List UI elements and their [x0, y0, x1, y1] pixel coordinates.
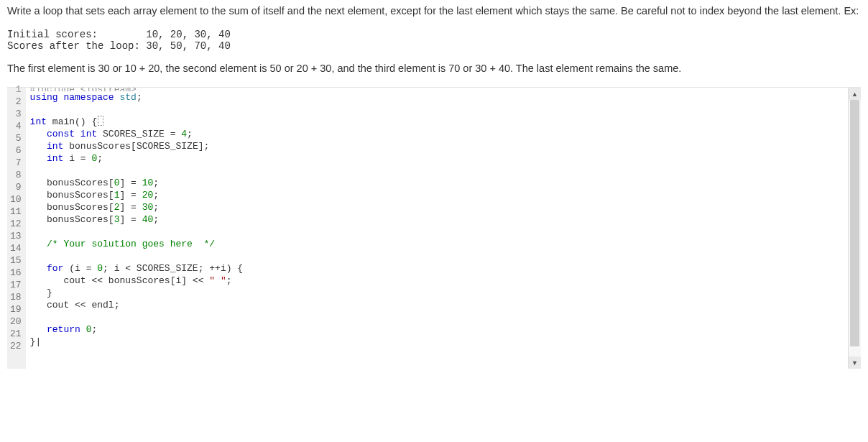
code-line[interactable]: }|	[26, 336, 848, 348]
line-number: 9	[10, 181, 22, 193]
code-line[interactable]: int main() {	[26, 116, 848, 128]
line-number: 5	[10, 132, 22, 144]
line-number: 14	[10, 242, 22, 254]
code-content[interactable]: #include <iostream> using namespace std;…	[26, 88, 848, 369]
line-number: 7	[10, 157, 22, 169]
chevron-up-icon: ▲	[851, 91, 858, 98]
line-number-gutter: 1 2 3 4 5 6 7 8 9 10 11 12 13 14 15 16 1…	[7, 88, 26, 369]
code-editor[interactable]: 1 2 3 4 5 6 7 8 9 10 11 12 13 14 15 16 1…	[7, 87, 861, 369]
vertical-scrollbar[interactable]: ▲ ▼	[848, 88, 861, 369]
line-number: 13	[10, 230, 22, 242]
line-number: 1	[10, 83, 22, 96]
prompt-paragraph-1: Write a loop that sets each array elemen…	[7, 4, 861, 19]
line-number: 18	[10, 291, 22, 303]
code-line[interactable]	[26, 250, 848, 262]
problem-description: Write a loop that sets each array elemen…	[0, 0, 868, 83]
prompt-paragraph-2: The first element is 30 or 10 + 20, the …	[7, 62, 861, 76]
code-line[interactable]: }	[26, 287, 848, 299]
code-line[interactable]: cout << endl;	[26, 299, 848, 311]
code-line[interactable]: const int SCORES_SIZE = 4;	[26, 128, 848, 140]
code-line[interactable]: int bonusScores[SCORES_SIZE];	[26, 140, 848, 152]
scrollbar-track[interactable]	[849, 100, 861, 356]
example-block: Initial scores: 10, 20, 30, 40 Scores af…	[7, 29, 861, 52]
code-line[interactable]: bonusScores[1] = 20;	[26, 189, 848, 201]
code-line[interactable]: return 0;	[26, 323, 848, 336]
line-number: 4	[10, 120, 22, 132]
code-line[interactable]	[26, 165, 848, 177]
line-number: 16	[10, 267, 22, 279]
line-number: 17	[10, 279, 22, 291]
code-line[interactable]: for (i = 0; i < SCORES_SIZE; ++i) {	[26, 262, 848, 275]
line-number: 11	[10, 206, 22, 218]
line-number: 12	[10, 218, 22, 230]
line-number: 2	[10, 96, 22, 108]
line-number: 19	[10, 303, 22, 316]
line-number: 22	[10, 340, 22, 352]
code-line[interactable]: int i = 0;	[26, 152, 848, 165]
code-line[interactable]: /* Your solution goes here */	[26, 238, 848, 250]
line-number: 3	[10, 108, 22, 120]
scroll-up-button[interactable]: ▲	[849, 88, 861, 100]
cursor-indicator	[98, 116, 103, 126]
code-line[interactable]: bonusScores[3] = 40;	[26, 213, 848, 226]
code-line[interactable]: cout << bonusScores[i] << " ";	[26, 275, 848, 287]
line-number: 15	[10, 254, 22, 267]
line-number: 21	[10, 328, 22, 340]
code-line[interactable]	[26, 311, 848, 323]
code-line[interactable]: using namespace std;	[26, 91, 848, 103]
code-line[interactable]: bonusScores[0] = 10;	[26, 177, 848, 189]
code-line[interactable]	[26, 226, 848, 238]
code-line[interactable]: bonusScores[2] = 30;	[26, 201, 848, 213]
line-number: 10	[10, 193, 22, 206]
line-number: 20	[10, 316, 22, 328]
line-number: 6	[10, 144, 22, 157]
scroll-down-button[interactable]: ▼	[849, 356, 861, 369]
code-line[interactable]	[26, 103, 848, 116]
chevron-down-icon: ▼	[851, 359, 858, 367]
line-number: 8	[10, 169, 22, 181]
scrollbar-thumb[interactable]	[850, 100, 859, 346]
